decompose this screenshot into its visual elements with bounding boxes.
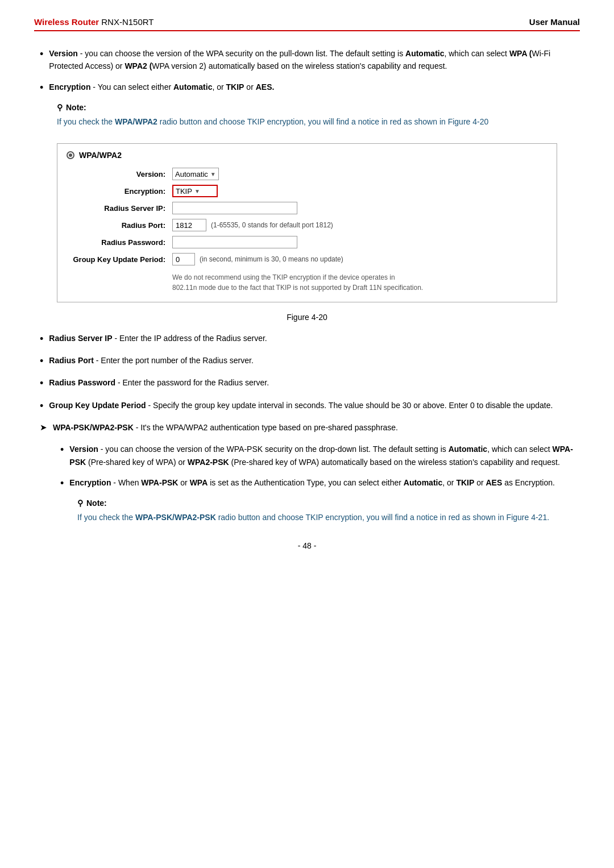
warning-text: We do not recommend using the TKIP encry… <box>172 272 544 293</box>
sub-bullet-dot2: • <box>60 476 64 491</box>
sub-version-auto: Automatic <box>449 445 487 454</box>
bullet-version-text: Version - you can choose the version of … <box>49 47 574 73</box>
sub-enc-auto: Automatic <box>404 478 442 487</box>
radius-ip-label: Radius Server IP: <box>67 200 169 217</box>
radius-pw-input[interactable] <box>172 236 297 248</box>
version-wpa2: WPA2 ( <box>125 61 152 70</box>
bullet-radius-port-text: Radius Port - Enter the port number of t… <box>49 354 574 367</box>
encryption-select-value: TKIP <box>176 187 192 196</box>
header-left: Wireless Router RNX-N150RT <box>34 17 154 27</box>
group-key-hint: (in second, minimum is 30, 0 means no up… <box>200 255 343 263</box>
table-row: Radius Port: (1-65535, 0 stands for defa… <box>67 217 547 234</box>
sub-version-wpa2psk: WPA2-PSK <box>188 458 229 467</box>
radius-port-input[interactable] <box>172 219 206 231</box>
sub-version-text: Version - you can choose the version of … <box>69 443 574 468</box>
bullet-encryption: • Encryption - You can select either Aut… <box>40 81 574 95</box>
radius-port-txt: - Enter the port number of the Radius se… <box>94 356 254 365</box>
header-right: User Manual <box>529 17 580 27</box>
sub-enc-t2: or <box>178 478 189 487</box>
warning-spacer <box>67 268 169 295</box>
encryption-row-label: Encryption: <box>67 182 169 200</box>
brand-name: Wireless Router <box>34 17 99 27</box>
page-number: - 48 - <box>34 541 580 550</box>
wpapsk-subbullets: • Version - you can choose the version o… <box>60 443 574 524</box>
version-select-value: Automatic <box>175 170 208 178</box>
group-key-txt: - Specify the group key update interval … <box>146 401 553 410</box>
radius-port-lbl: Radius Port <box>49 356 94 365</box>
radius-ip-txt: - Enter the IP address of the Radius ser… <box>113 334 267 343</box>
figure-4-20-container: WPA/WPA2 Version: Automatic ▼ <box>57 136 557 322</box>
arrow-wpa-psk: ➤ WPA-PSK/WPA2-PSK - It's the WPA/WPA2 a… <box>40 421 574 434</box>
note-title-2: Note: <box>86 499 107 508</box>
bullet-radius-pw-text: Radius Password - Enter the password for… <box>49 376 574 389</box>
note-icon-2: ⚲ <box>77 499 83 508</box>
table-row: Radius Server IP: <box>67 200 547 217</box>
bullet-dot2: • <box>40 81 43 95</box>
radius-port-label: Radius Port: <box>67 217 169 234</box>
radius-pw-label: Radius Password: <box>67 234 169 251</box>
enc-aes: AES. <box>256 82 275 92</box>
radius-port-hint: (1-65535, 0 stands for default port 1812… <box>211 221 333 229</box>
table-row: Radius Password: <box>67 234 547 251</box>
sub-version-t3: (Pre-shared key of WPA) or <box>86 458 188 467</box>
version-wpa2desc: WPA version 2) automatically based on th… <box>152 61 447 70</box>
version-auto: Automatic <box>405 49 444 58</box>
sub-enc-lbl: Encryption <box>69 478 111 487</box>
arrow-wpa-psk-text: WPA-PSK/WPA2-PSK - It's the WPA/WPA2 aut… <box>53 421 574 434</box>
bullet-dot3: • <box>40 332 43 346</box>
radius-ip-lbl: Radius Server IP <box>49 334 112 343</box>
enc-text3: or <box>244 82 255 92</box>
sub-enc-t6: as Encryption. <box>502 478 555 487</box>
sub-bullet-encryption: • Encryption - When WPA-PSK or WPA is se… <box>60 476 574 491</box>
version-text2: , which can select <box>444 49 509 58</box>
wpapsk-text: - It's the WPA/WPA2 authentication type … <box>134 423 398 432</box>
note1-highlight: WPA/WPA2 <box>115 117 157 126</box>
bullet-dot6: • <box>40 399 43 413</box>
bullet-group-key: • Group Key Update Period - Specify the … <box>40 399 574 413</box>
encryption-row-value: TKIP ▼ <box>169 182 547 200</box>
version-row-value: Automatic ▼ <box>169 165 547 182</box>
bullet-dot: • <box>40 47 43 61</box>
note-label-2: ⚲ Note: <box>77 499 574 508</box>
radius-ip-value <box>169 200 547 217</box>
bullets-3-6: • Radius Server IP - Enter the IP addres… <box>40 332 574 413</box>
note2-highlight: WPA-PSK/WPA2-PSK <box>135 513 216 522</box>
bullet-group-key-text: Group Key Update Period - Specify the gr… <box>49 399 574 412</box>
note-text-1: If you check the WPA/WPA2 radio button a… <box>57 115 574 128</box>
note-label-1: ⚲ Note: <box>57 103 574 112</box>
radius-ip-input[interactable] <box>172 202 297 214</box>
enc-text2: , or <box>212 82 226 92</box>
group-key-value: (in second, minimum is 30, 0 means no up… <box>169 251 547 268</box>
bullet-version: • Version - you can choose the version o… <box>40 47 574 73</box>
radius-pw-value <box>169 234 547 251</box>
note-text-2: If you check the WPA-PSK/WPA2-PSK radio … <box>77 511 574 524</box>
arrow-symbol: ➤ <box>40 422 47 433</box>
page: Wireless Router RNX-N150RT User Manual •… <box>0 0 614 868</box>
enc-tkip: TKIP <box>226 82 244 92</box>
sub-version-t4: (Pre-shared key of WPA) automatically ba… <box>229 458 560 467</box>
bullet-radius-ip: • Radius Server IP - Enter the IP addres… <box>40 332 574 346</box>
table-row: We do not recommend using the TKIP encry… <box>67 268 547 295</box>
sub-enc-t3: is set as the Authentication Type, you c… <box>208 478 404 487</box>
page-header: Wireless Router RNX-N150RT User Manual <box>34 17 580 31</box>
sub-enc-wpapsk: WPA-PSK <box>141 478 178 487</box>
note-block-2: ⚲ Note: If you check the WPA-PSK/WPA2-PS… <box>77 499 574 524</box>
sub-bullet-version: • Version - you can choose the version o… <box>60 443 574 468</box>
group-key-input[interactable] <box>172 253 195 265</box>
version-select[interactable]: Automatic ▼ <box>172 168 219 180</box>
sub-enc-t5: or <box>474 478 486 487</box>
version-text1: - you can choose the version of the WPA … <box>78 49 405 58</box>
note2-text1: If you check the <box>77 513 135 522</box>
note-block-1: ⚲ Note: If you check the WPA/WPA2 radio … <box>57 103 574 128</box>
note2-text2: radio button and choose TKIP encryption,… <box>216 513 507 522</box>
bullet-radius-port: • Radius Port - Enter the port number of… <box>40 354 574 368</box>
version-row-label: Version: <box>67 165 169 182</box>
encryption-select[interactable]: TKIP ▼ <box>172 185 218 197</box>
table-row: Encryption: TKIP ▼ <box>67 182 547 200</box>
sub-enc-t4: , or <box>442 478 456 487</box>
table-row: Version: Automatic ▼ <box>67 165 547 182</box>
note2-figure: Figure 4-21. <box>507 513 549 522</box>
bullet-radius-pw: • Radius Password - Enter the password f… <box>40 376 574 391</box>
wpa-header: WPA/WPA2 <box>67 151 547 160</box>
enc-text1: - You can select either <box>90 82 173 92</box>
